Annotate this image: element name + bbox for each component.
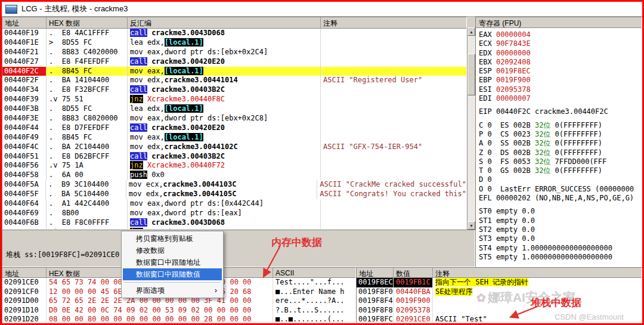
dump-hex-bytes: 08 00 00 80 00 00 00 00 00 00 00 00 28 0…	[47, 315, 273, 323]
segment-bits: 32位	[535, 148, 550, 157]
disasm-row[interactable]: 00440F27. E8 F4FEFDFFcall crackme3.00420…	[2, 57, 466, 67]
fpu-register-row[interactable]: ST2 empty 0.0	[479, 225, 642, 234]
register-name: EBX	[479, 58, 496, 66]
disassembly-pane[interactable]: 地址 HEX 数据 反汇编 注释 00440F19. E8 4AC1FFFFca…	[2, 17, 467, 230]
disasm-row[interactable]: 00440F51. E8 D62BFCFFcall crackme3.00403…	[2, 152, 466, 162]
opcode-bytes-cell: . A1 442C4400	[47, 199, 128, 209]
menu-item[interactable]: 数据窗口中跟随地址	[123, 256, 222, 268]
stack-info-pane: 堆栈 ss:[0019F8FC]=02091CE0 eax=00000004	[2, 230, 475, 267]
column-header-hexdata[interactable]: HEX 数据	[47, 17, 128, 28]
column-header-stack-address[interactable]: 地址	[357, 268, 394, 277]
disasm-row[interactable]: 00440F1E> 8D55 FClea edx,[local.1]	[2, 38, 466, 48]
address-cell: 00440F6B	[2, 218, 47, 228]
column-header-disassembly[interactable]: 反汇编	[128, 17, 321, 28]
opcode-bytes-cell: . E8 D7FEFDFF	[47, 123, 128, 133]
disasm-row[interactable]: 00440F5F. BA 5C104400mov edx,crackme3.00…	[2, 190, 466, 199]
disasm-row[interactable]: 00440F21. 8B83 C4020000mov eax,dword ptr…	[2, 48, 466, 57]
disasm-row[interactable]: 00440F64. A1 442C4400mov eax,dword ptr d…	[2, 199, 466, 209]
register-row[interactable]: ECX 90F7843E	[479, 39, 642, 48]
stack-row[interactable]: 0019F8EC0019FB1C指向下一个 SEH 记录的指针	[357, 278, 642, 287]
column-header-stack-value[interactable]: 数值	[394, 268, 433, 277]
address-cell: 00440F3B	[2, 104, 47, 114]
instruction-token: mov eax,	[130, 133, 165, 141]
menu-item[interactable]: 界面选项›	[123, 284, 222, 296]
flag-row[interactable]: T 0 GS 002B 32位 0(FFFFFFFF)	[479, 166, 642, 175]
disasm-row[interactable]: 00440F56.v 75 1Ajnz Xcrackme3.00440F72	[2, 161, 466, 171]
registers-pane[interactable]: 寄存器 (FPU) EAX 00000004ECX 90F7843EEDX 00…	[475, 17, 642, 267]
disasm-row[interactable]: 00440F6B. E8 F8C0FFFFcall crackme3.0043D…	[2, 218, 466, 228]
flag-row[interactable]: Z 0 DS 002B 32位 0(FFFFFFFF)	[479, 148, 642, 157]
disasm-row[interactable]: 00440F34. E8 F32BFCFFcall crackme3.00403…	[2, 85, 466, 95]
stack-comment-text: 指向下一个 SEH 记录的指针	[435, 278, 528, 286]
disassembly-header: 地址 HEX 数据 反汇编 注释	[2, 17, 466, 29]
disasm-row[interactable]: 00440F3E. 8B83 C8020000mov eax,dword ptr…	[2, 114, 466, 123]
memory-dump-row[interactable]: 02091D2008 00 00 80 00 00 00 00 00 00 00…	[2, 315, 355, 323]
disasm-row[interactable]: 00440F58. 6A 00push 0x0	[2, 171, 466, 180]
register-extra-row[interactable]: EFL 00000202 (NO,NB,NE,A,NS,PO,GE,G)	[479, 194, 642, 203]
disasm-row[interactable]: 00440F2F. BA 14104400mov edx,crackme3.00…	[2, 76, 466, 85]
register-row[interactable]: EBP 0019F900	[479, 76, 642, 85]
disasm-row[interactable]: 00440F4C. BA 2C104400mov edx,crackme3.00…	[2, 143, 466, 152]
menu-item[interactable]: 数据窗口中跟随数值	[123, 268, 222, 280]
register-value: 00440F2C crackme3.00440F2C	[496, 107, 608, 116]
opcode-bytes-cell: . 8B83 C8020000	[47, 114, 128, 123]
disassembly-rows: 00440F19. E8 4AC1FFFFcall crackme3.0043D…	[2, 29, 466, 230]
fpu-register-row[interactable]: ST3 empty 0.0	[479, 234, 642, 243]
flag-row[interactable]: A 0 SS 002B 32位 0(FFFFFFFF)	[479, 139, 642, 148]
register-extra-row[interactable]: D 0	[479, 175, 642, 184]
flag-row[interactable]: C 0 ES 002B 32位 0(FFFFFFFF)	[479, 121, 642, 130]
instruction-cell: mov eax,dword ptr ds:[eax]	[128, 209, 321, 218]
address-cell: 00440F44	[2, 123, 47, 133]
menu-item[interactable]: 拷贝窗格到剪贴板	[123, 233, 222, 244]
register-row[interactable]: ESI 02095378	[479, 85, 642, 94]
stack-header: 地址 数值 注释	[357, 268, 642, 278]
disasm-row[interactable]: 00440F69. 8B00mov eax,dword ptr ds:[eax]	[2, 209, 466, 218]
register-row[interactable]: ESP 0019F8EC	[479, 67, 642, 76]
register-row[interactable]: EDI 00000007	[479, 94, 642, 103]
flag-row[interactable]: S 0 FS 0053 32位 7FFDD000(FFF	[479, 157, 642, 166]
disasm-row[interactable]: 00440F3B. 8D55 FClea edx,[local.1]	[2, 104, 466, 114]
register-row[interactable]: EAX 00000004	[479, 30, 642, 39]
segment-bits: 32位	[535, 121, 550, 129]
memory-dump-row[interactable]: 02091D10D0 0E 42 00 0C 74 09 02 00 53 09…	[2, 306, 355, 315]
submenu-arrow-icon: ›	[215, 284, 217, 296]
register-extra-row[interactable]: O 0 LastErr ERROR_SUCCESS (00000000	[479, 185, 642, 194]
flag-and-segment: A 0 SS 002B	[479, 139, 535, 147]
disasm-row[interactable]: 00440F2C. 8B45 FCmov eax,[local.1]	[2, 67, 466, 76]
column-header-address[interactable]: 地址	[2, 17, 47, 28]
comment-cell	[321, 161, 466, 171]
scroll-down-icon[interactable]: ▼	[467, 221, 475, 230]
flag-row[interactable]: P 0 CS 0023 32位 0(FFFFFFFF)	[479, 130, 642, 139]
fpu-register-row[interactable]: ST1 empty 0.0	[479, 216, 642, 225]
disasm-row[interactable]: 00440F49. 8B45 FCmov eax,[local.1]	[2, 133, 466, 143]
stack-comment-text: ASCII "Test"	[435, 315, 487, 323]
register-rows: EAX 00000004ECX 90F7843EEDX 00000000EBX …	[476, 28, 642, 262]
disasm-scrollbar[interactable]: ▲ ▼	[467, 27, 475, 230]
disasm-row[interactable]: 00440F19. E8 4AC1FFFFcall crackme3.0043D…	[2, 29, 466, 38]
flag-and-segment: S 0 FS 0053	[479, 157, 535, 166]
address-cell: 00440F19	[2, 29, 47, 38]
fpu-register-row[interactable]: ST5 empty 1.0000000000000000000	[479, 253, 642, 262]
scrollbar-thumb[interactable]	[467, 54, 475, 95]
disasm-row[interactable]: 00440F44. E8 D7FEFDFFcall crackme3.00420…	[2, 123, 466, 133]
fpu-register-row[interactable]: ST4 empty 1.0000000000000000000	[479, 244, 642, 253]
opcode-bytes-cell: . 8B00	[47, 209, 128, 218]
scroll-up-icon[interactable]: ▲	[467, 27, 475, 36]
register-row[interactable]: EBX 02092408	[479, 58, 642, 67]
column-header-stack-comment[interactable]: 注释	[433, 268, 642, 277]
column-header-comment[interactable]: 注释	[321, 17, 466, 28]
eip-register-row[interactable]: EIP 00440F2C crackme3.00440F2C	[479, 107, 642, 116]
registers-title: 寄存器 (FPU)	[476, 17, 642, 28]
instruction-cell: mov edx,crackme3.00441014	[128, 76, 321, 85]
opcode-bytes-cell: .v 75 51	[47, 95, 128, 104]
instruction-cell: jnz Xcrackme3.00440F8C	[128, 95, 321, 104]
column-header-dump-ascii[interactable]: ASCII	[273, 268, 355, 277]
disasm-row[interactable]: 00440F5A. B9 3C104400mov ecx,crackme3.00…	[2, 180, 466, 190]
register-value: 00000000	[496, 49, 531, 57]
dump-address: 02091CF0	[2, 287, 47, 297]
fpu-register-row[interactable]: ST0 empty 0.0	[479, 207, 642, 216]
column-header-dump-address[interactable]: 地址	[2, 268, 47, 277]
disasm-row[interactable]: 00440F39.v 75 51jnz Xcrackme3.00440F8C	[2, 95, 466, 104]
register-row[interactable]: EDX 00000000	[479, 49, 642, 58]
menu-item[interactable]: 修改数据	[123, 244, 222, 256]
